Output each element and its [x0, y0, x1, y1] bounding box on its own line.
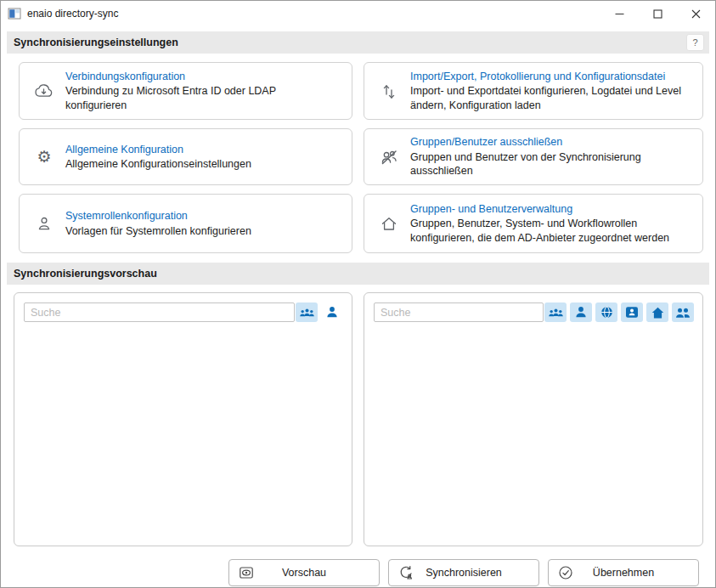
apply-button-label: Übernehmen	[593, 567, 654, 579]
groups-panel-toolbar	[14, 293, 352, 327]
import-export-arrows-icon	[379, 82, 399, 99]
synchronize-button-label: Synchronisieren	[426, 567, 502, 579]
minimize-icon[interactable]	[600, 1, 639, 26]
card-import-export[interactable]: Import/Export, Protokollierung und Konfi…	[364, 62, 703, 120]
check-circle-icon	[558, 565, 573, 580]
footer-actions: Vorschau Synchronisieren Übernehmen	[1, 559, 699, 586]
window-title: enaio directory-sync	[27, 8, 600, 20]
card-description: Gruppen und Benutzer von der Synchronisi…	[410, 150, 691, 178]
card-title[interactable]: Import/Export, Protokollierung und Konfi…	[410, 70, 691, 84]
person-outline-icon	[34, 216, 54, 231]
card-system-roles[interactable]: Systemrollenkonfiguration Vorlagen für S…	[19, 194, 352, 253]
group-icon	[299, 307, 315, 319]
window-controls	[600, 1, 715, 26]
apply-button[interactable]: Übernehmen	[548, 559, 699, 586]
home-icon	[651, 307, 664, 319]
gear-icon: ⚙	[34, 149, 54, 165]
person-filter-button[interactable]	[570, 302, 592, 322]
groups-preview-panel	[14, 292, 352, 546]
sync-icon	[398, 565, 414, 580]
users-result-list[interactable]	[364, 327, 702, 546]
groups-filter-group	[296, 302, 343, 322]
card-description: Gruppen, Benutzer, System- und Workflowr…	[410, 217, 691, 245]
users-filter-group	[544, 302, 694, 322]
cloud-download-icon	[34, 83, 54, 99]
card-title[interactable]: Verbindungskonfiguration	[65, 70, 340, 84]
two-people-icon	[675, 307, 691, 319]
card-title[interactable]: Allgemeine Konfiguration	[65, 143, 251, 157]
card-description: Vorlagen für Systemrollen konfigurieren	[65, 224, 251, 239]
preview-section-header: Synchronisierungsvorschau	[7, 263, 709, 285]
group-icon	[548, 307, 564, 319]
exclude-users-icon	[379, 149, 399, 166]
card-connection-configuration[interactable]: Verbindungskonfiguration Verbindung zu M…	[19, 62, 352, 120]
card-exclude-groups-users[interactable]: Gruppen/Benutzer ausschließen Gruppen un…	[364, 128, 703, 185]
groups-result-list[interactable]	[14, 327, 352, 546]
groups-search-input[interactable]	[24, 302, 295, 322]
preview-button-label: Vorschau	[282, 567, 326, 579]
app-window: enaio directory-sync Synchronisierungsei…	[0, 0, 716, 588]
card-title[interactable]: Gruppen- und Benutzerverwaltung	[410, 202, 691, 217]
preview-eye-icon	[239, 565, 254, 580]
home-outline-icon	[379, 216, 399, 232]
card-description: Allgemeine Konfigurationseinstellungen	[65, 157, 251, 172]
group-filter-button[interactable]	[296, 302, 318, 322]
home-filter-button[interactable]	[646, 302, 668, 322]
preview-panels	[14, 292, 703, 546]
card-description: Import- und Exportdatei konfigurieren, L…	[410, 84, 691, 112]
users-search-input[interactable]	[374, 302, 544, 322]
contact-card-filter-button[interactable]	[621, 302, 643, 322]
group-filter-button[interactable]	[544, 302, 567, 322]
person-icon	[575, 306, 587, 319]
help-button[interactable]: ?	[686, 34, 704, 51]
settings-section-header: Synchronisierungseinstellungen ?	[7, 31, 709, 54]
close-icon[interactable]	[677, 1, 715, 26]
globe-filter-button[interactable]	[595, 302, 617, 322]
card-title[interactable]: Systemrollenkonfiguration	[65, 209, 251, 223]
maximize-icon[interactable]	[639, 1, 677, 26]
card-description: Verbindung zu Microsoft Entra ID oder LD…	[65, 84, 340, 112]
preview-section-title: Synchronisierungsvorschau	[14, 268, 157, 280]
person-filter-button[interactable]	[321, 302, 343, 322]
card-group-user-management[interactable]: Gruppen- und Benutzerverwaltung Gruppen,…	[364, 194, 703, 253]
card-title[interactable]: Gruppen/Benutzer ausschließen	[410, 135, 691, 150]
settings-cards: Verbindungskonfiguration Verbindung zu M…	[19, 62, 703, 253]
app-logo-icon	[8, 7, 21, 20]
users-panel-toolbar	[364, 293, 702, 327]
card-general-configuration[interactable]: ⚙ Allgemeine Konfiguration Allgemeine Ko…	[19, 128, 352, 185]
globe-icon	[600, 306, 613, 319]
contact-card-icon	[625, 306, 639, 319]
person-icon	[326, 306, 338, 319]
settings-section-title: Synchronisierungseinstellungen	[14, 37, 178, 48]
two-people-filter-button[interactable]	[672, 302, 694, 322]
users-preview-panel	[364, 292, 703, 546]
preview-button[interactable]: Vorschau	[228, 559, 380, 586]
synchronize-button[interactable]: Synchronisieren	[388, 559, 539, 586]
titlebar: enaio directory-sync	[1, 1, 715, 26]
